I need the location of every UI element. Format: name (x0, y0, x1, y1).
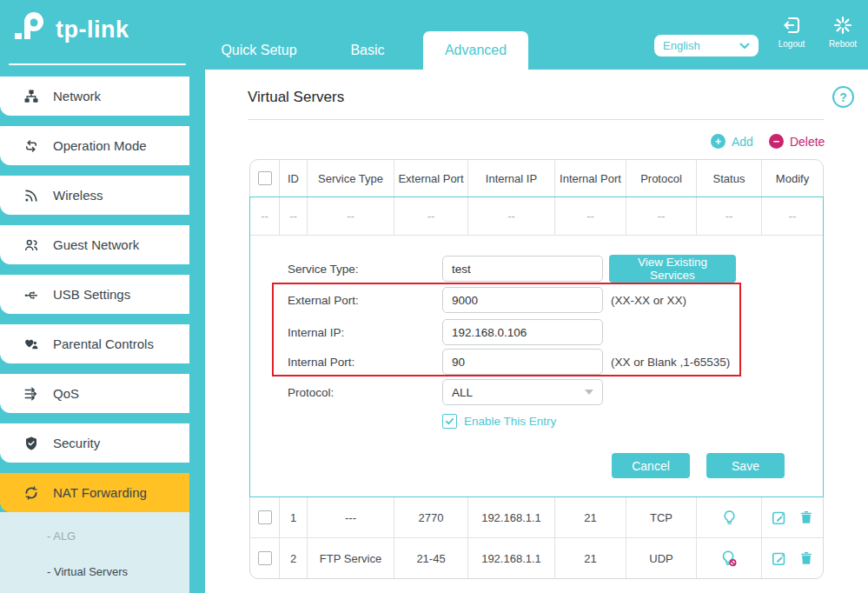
protocol-label: Protocol: (288, 386, 334, 399)
status-enabled-icon[interactable] (720, 509, 739, 527)
entry-editor: Service Type: View Existing Services Ext… (250, 236, 823, 496)
service-type-label: Service Type: (288, 263, 359, 276)
placeholder-row: -- -- -- -- -- -- -- -- -- (250, 197, 823, 236)
enable-entry-checkbox[interactable]: Enable This Entry (442, 414, 556, 429)
brand-logo: tp-link (10, 10, 129, 49)
help-icon[interactable] (832, 86, 854, 108)
external-port-row: External Port: (XX-XX or XX) (250, 287, 823, 313)
nat-forwarding-icon (23, 484, 39, 501)
placeholder-cell: -- (696, 197, 761, 235)
external-port-hint: (XX-XX or XX) (611, 294, 686, 307)
tab-basic[interactable]: Basic (335, 31, 400, 70)
nat-forwarding-submenu: - ALG - Virtual Servers (0, 512, 189, 593)
table-toolbar: Add Delete (711, 134, 825, 149)
protocol-value: ALL (452, 386, 473, 399)
header-checkbox-cell (250, 160, 279, 197)
sidebar-item-label: Wireless (53, 188, 103, 203)
logo-underline (9, 63, 186, 65)
view-existing-services-button[interactable]: View Existing Services (609, 255, 736, 283)
row-checkbox-cell (250, 538, 279, 578)
sidebar-item-guest-network[interactable]: Guest Network (0, 225, 189, 264)
select-all-checkbox[interactable] (258, 171, 272, 185)
guest-network-icon (23, 237, 39, 253)
save-button[interactable]: Save (706, 453, 785, 478)
tp-link-logo-icon (10, 10, 49, 49)
cell-external-port: 2770 (394, 497, 467, 537)
sidebar-item-label: NAT Forwarding (53, 485, 147, 500)
cell-internal-ip: 192.168.1.1 (467, 497, 554, 537)
submenu-item-alg[interactable]: - ALG (47, 530, 76, 543)
sidebar-item-nat-forwarding[interactable]: NAT Forwarding (0, 473, 189, 512)
internal-ip-input[interactable] (442, 319, 603, 345)
status-disabled-icon[interactable] (719, 549, 739, 568)
sidebar-item-operation-mode[interactable]: Operation Mode (0, 126, 189, 165)
enable-entry-label: Enable This Entry (464, 415, 556, 428)
placeholder-cell: -- (626, 197, 696, 235)
cancel-button[interactable]: Cancel (612, 453, 690, 478)
logout-button[interactable]: Logout (772, 15, 812, 49)
cell-internal-port: 21 (554, 538, 626, 578)
column-header-internal-port: Internal Port (554, 160, 626, 197)
page-title: Virtual Servers (248, 89, 344, 106)
cell-id: 2 (279, 538, 307, 578)
sidebar-item-wireless[interactable]: Wireless (0, 176, 189, 215)
reboot-button[interactable]: Reboot (823, 15, 863, 49)
trash-icon[interactable] (798, 510, 814, 525)
add-button[interactable]: Add (711, 134, 753, 149)
edit-icon[interactable] (771, 510, 787, 526)
add-icon (711, 134, 726, 149)
language-value: English (663, 39, 700, 52)
column-header-service-type: Service Type (307, 160, 394, 197)
protocol-select[interactable]: ALL (442, 379, 603, 405)
parental-controls-icon (23, 336, 39, 352)
operation-mode-icon (23, 137, 39, 154)
table-row: 1 --- 2770 192.168.1.1 21 TCP (250, 497, 823, 537)
service-type-input[interactable] (442, 256, 603, 282)
sidebar-item-label: Parental Controls (53, 336, 154, 351)
sidebar-item-parental-controls[interactable]: Parental Controls (0, 324, 189, 363)
trash-icon[interactable] (798, 550, 814, 566)
cell-id: 1 (279, 497, 307, 537)
internal-ip-label: Internal IP: (288, 326, 344, 339)
tab-advanced[interactable]: Advanced (423, 31, 528, 70)
internal-port-input[interactable] (442, 349, 603, 375)
cell-external-port: 21-45 (394, 538, 467, 578)
row-checkbox[interactable] (258, 551, 272, 565)
row-checkbox[interactable] (258, 510, 272, 524)
submenu-item-virtual-servers[interactable]: - Virtual Servers (47, 565, 128, 578)
edit-icon[interactable] (771, 550, 787, 567)
delete-button[interactable]: Delete (769, 134, 825, 149)
language-select[interactable]: English (654, 35, 759, 57)
delete-label: Delete (790, 135, 825, 149)
wireless-icon (23, 187, 39, 203)
sidebar-item-qos[interactable]: QoS (0, 374, 189, 413)
cell-status (696, 538, 761, 578)
placeholder-cell: -- (467, 197, 554, 235)
column-header-status: Status (696, 160, 761, 197)
cell-status (696, 497, 761, 537)
sidebar-item-security[interactable]: Security (0, 423, 189, 463)
delete-icon (769, 134, 784, 149)
sidebar-item-usb-settings[interactable]: USB Settings (0, 275, 189, 314)
main-content: Virtual Servers Add Delete ID Service Ty… (205, 70, 868, 593)
placeholder-cell: -- (394, 197, 467, 235)
reboot-icon (832, 15, 853, 37)
internal-port-label: Internal Port: (288, 356, 354, 369)
tab-quick-setup[interactable]: Quick Setup (209, 31, 309, 70)
placeholder-cell: -- (250, 197, 279, 235)
column-header-internal-ip: Internal IP (467, 160, 554, 197)
internal-ip-row: Internal IP: (250, 319, 823, 345)
cell-internal-port: 21 (554, 497, 626, 537)
checkbox-checked-icon (442, 414, 457, 429)
column-header-id: ID (279, 160, 307, 197)
usb-settings-icon (23, 286, 39, 303)
row-checkbox-cell (250, 497, 279, 537)
logout-label: Logout (779, 39, 805, 49)
sidebar-item-network[interactable]: Network (0, 77, 189, 116)
cell-internal-ip: 192.168.1.1 (467, 538, 554, 578)
cell-service-type: FTP Service (307, 538, 394, 578)
table-row: 2 FTP Service 21-45 192.168.1.1 21 UDP (250, 537, 823, 578)
network-icon (23, 88, 39, 104)
sidebar-item-label: Security (53, 436, 100, 450)
external-port-input[interactable] (442, 287, 603, 313)
